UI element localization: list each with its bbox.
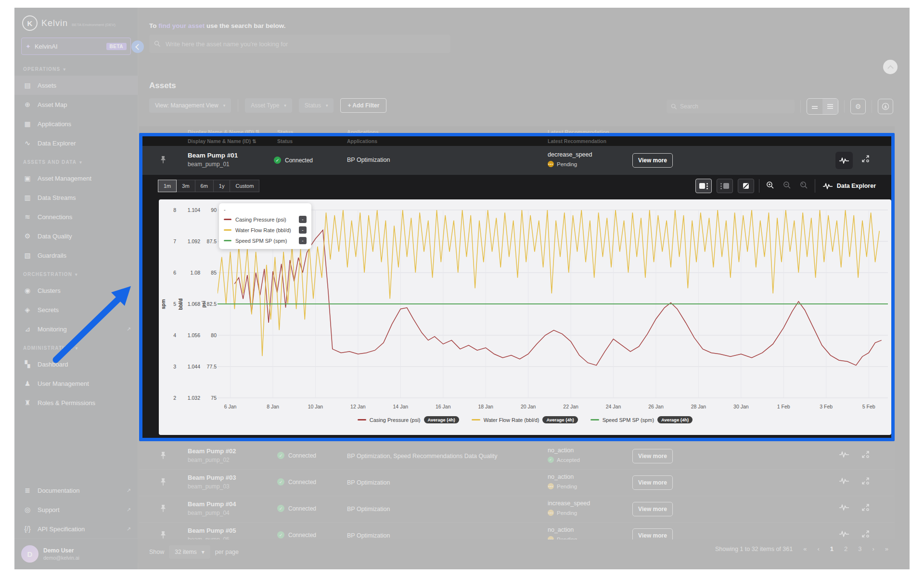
layout-chart-right-button[interactable] <box>717 179 733 193</box>
applications-cell: BP Optimization <box>347 157 390 163</box>
pagination-next-button[interactable]: › <box>872 545 874 552</box>
expand-icon[interactable] <box>861 503 870 512</box>
waveform-icon[interactable] <box>839 451 849 458</box>
sidebar-item-guardrails[interactable]: ▧ Guardrails <box>14 246 138 265</box>
pagination-page-3[interactable]: 3 <box>858 545 861 552</box>
sidebar-item-data-quality[interactable]: ⚙ Data Quality <box>14 226 138 246</box>
chart-legend: Casing Pressure (psi)Average (4h)Water F… <box>159 416 891 423</box>
asset-type-dropdown[interactable]: Asset Type▾ <box>245 98 292 113</box>
sidebar-section-label[interactable]: ORCHESTRATION▾ <box>14 265 138 281</box>
collapse-series-button[interactable]: - <box>299 216 307 223</box>
pagination-first-button[interactable]: « <box>803 545 807 552</box>
find-your-asset-link[interactable]: find your asset <box>158 22 205 29</box>
sidebar-item-user-management[interactable]: ♟ User Management <box>14 374 138 393</box>
add-filter-button[interactable]: + Add Filter <box>340 98 386 113</box>
sidebar-item-connections[interactable]: ≋ Connections <box>14 207 138 226</box>
layout-chart-left-button[interactable] <box>695 179 712 193</box>
data-explorer-button[interactable]: Data Explorer <box>820 182 879 190</box>
pin-icon[interactable] <box>160 451 166 461</box>
table-settings-button[interactable]: ⚙ <box>850 99 866 114</box>
kelvinai-button[interactable]: ✦ KelvinAI BETA <box>21 38 131 55</box>
brand-logo-row[interactable]: K Kelvin BETA Environment (DEV) <box>22 15 116 31</box>
sidebar-item-data-streams[interactable]: ▥ Data Streams <box>14 188 138 207</box>
sidebar-item-asset-map[interactable]: ⊕ Asset Map <box>14 95 138 114</box>
sidebar-item-documentation[interactable]: ≣ Documentation ↗ <box>14 481 138 500</box>
inline-chart-toggle-button[interactable] <box>835 152 853 169</box>
x-tick: 30 Jan <box>726 404 757 409</box>
compact-view-button[interactable] <box>807 99 822 114</box>
expand-icon[interactable] <box>861 530 870 538</box>
collapse-search-button[interactable] <box>883 60 898 74</box>
pagination-prev-button[interactable]: ‹ <box>817 545 819 552</box>
collapse-series-button[interactable]: - <box>299 226 307 234</box>
open-data-explorer-button[interactable] <box>861 155 870 164</box>
chart-plot-area[interactable] <box>218 207 888 400</box>
sidebar-item-assets[interactable]: ▤ Assets <box>14 76 138 95</box>
waveform-icon[interactable] <box>839 504 849 511</box>
sidebar-section-label[interactable]: OPERATIONS▾ <box>14 60 138 76</box>
export-download-button[interactable] <box>878 99 893 114</box>
view-more-button[interactable]: View more <box>632 153 673 168</box>
sidebar-item-asset-management[interactable]: ▣ Asset Management <box>14 169 138 188</box>
page-size-dropdown[interactable]: 32 items▾ <box>169 545 210 559</box>
sidebar-item-support[interactable]: ◎ Support ↗ <box>14 500 138 519</box>
layout-chart-only-button[interactable] <box>738 179 754 193</box>
sidebar-item-secrets[interactable]: ◈ Secrets <box>14 300 138 319</box>
collapse-series-button[interactable]: - <box>299 237 307 244</box>
y-axis-title-spm: spm <box>161 296 166 313</box>
sidebar-section-label[interactable]: ASSETS AND DATA▾ <box>14 153 138 169</box>
sidebar-section-label[interactable]: ADMINISTRATION▾ <box>14 339 138 355</box>
zoom-out-button[interactable] <box>781 181 793 191</box>
user-profile[interactable]: D Demo User demo@kelvin.ai <box>14 538 138 569</box>
assets-icon: ▤ <box>23 81 32 89</box>
pin-icon[interactable] <box>160 156 166 166</box>
expanded-view-button[interactable] <box>822 99 838 114</box>
waveform-icon[interactable] <box>839 531 849 537</box>
sidebar-item-roles-permissions[interactable]: ♜ Roles & Permissions <box>14 393 138 412</box>
time-range-1m-button[interactable]: 1m <box>158 180 177 192</box>
sidebar-collapse-button[interactable] <box>131 40 144 53</box>
view-more-button[interactable]: View more <box>632 475 673 490</box>
time-range-1y-button[interactable]: 1y <box>213 180 231 192</box>
asset-name[interactable]: Beam Pump #01 <box>188 152 238 159</box>
pagination-last-button[interactable]: » <box>885 545 888 552</box>
sidebar-item-applications[interactable]: ▦ Applications <box>14 114 138 133</box>
legend-item-casing-pressure-psi[interactable]: Casing Pressure (psi)Average (4h) <box>358 416 459 423</box>
view-more-button[interactable]: View more <box>632 502 673 516</box>
status-dropdown[interactable]: Status▾ <box>299 98 334 113</box>
waveform-icon[interactable] <box>839 478 849 484</box>
asset-name[interactable]: Beam Pump #03 <box>188 474 236 481</box>
expand-icon[interactable] <box>861 450 870 459</box>
time-range-3m-button[interactable]: 3m <box>176 180 195 192</box>
user-name: Demo User <box>43 547 79 554</box>
sidebar-item-monitoring[interactable]: ⊿ Monitoring ↗ <box>14 319 138 339</box>
pagination-page-2[interactable]: 2 <box>844 545 847 552</box>
table-search-input[interactable] <box>667 100 795 113</box>
legend-item-speed-spm-sp-spm[interactable]: Speed SPM SP (spm)Average (4h) <box>590 416 693 423</box>
pin-icon[interactable] <box>160 478 166 488</box>
asset-search-input[interactable] <box>149 35 450 53</box>
table-row-beam-pump-02[interactable]: Beam Pump #02 beam_pump_02 ✓ Connected B… <box>139 443 895 470</box>
sidebar-item-api-specification[interactable]: {/} API Specification ↗ <box>14 519 138 539</box>
asset-name[interactable]: Beam Pump #05 <box>188 527 236 534</box>
sidebar-item-data-explorer[interactable]: ∿ Data Explorer <box>14 133 138 153</box>
y-tick-psi: 75 <box>192 395 217 401</box>
support-icon: ◎ <box>23 506 32 513</box>
zoom-in-button[interactable] <box>764 181 776 191</box>
sidebar-item-clusters[interactable]: ◉ Clusters <box>14 281 138 300</box>
pagination-page-1[interactable]: 1 <box>830 545 834 552</box>
asset-name[interactable]: Beam Pump #04 <box>188 500 236 508</box>
view-filter-dropdown[interactable]: View: Management View▾ <box>149 98 231 113</box>
asset-name[interactable]: Beam Pump #02 <box>188 447 236 455</box>
legend-item-water-flow-rate-bbl-d[interactable]: Water Flow Rate (bbl/d)Average (4h) <box>472 416 578 423</box>
pin-icon[interactable] <box>160 504 166 514</box>
time-range-custom-button[interactable]: Custom <box>230 180 259 192</box>
table-row-beam-pump-03[interactable]: Beam Pump #03 beam_pump_03 ✓ Connected B… <box>139 470 895 496</box>
time-range-6m-button[interactable]: 6m <box>195 180 214 192</box>
sidebar-item-dashboard[interactable]: ▚ Dashboard <box>14 355 138 374</box>
zoom-reset-button[interactable] <box>798 181 810 191</box>
table-row-beam-pump-04[interactable]: Beam Pump #04 beam_pump_04 ✓ Connected B… <box>139 496 895 523</box>
table-row-beam-pump-01[interactable]: Beam Pump #01 beam_pump_01 ✓ Connected B… <box>142 146 891 175</box>
view-more-button[interactable]: View more <box>632 449 673 463</box>
expand-icon[interactable] <box>861 477 870 485</box>
